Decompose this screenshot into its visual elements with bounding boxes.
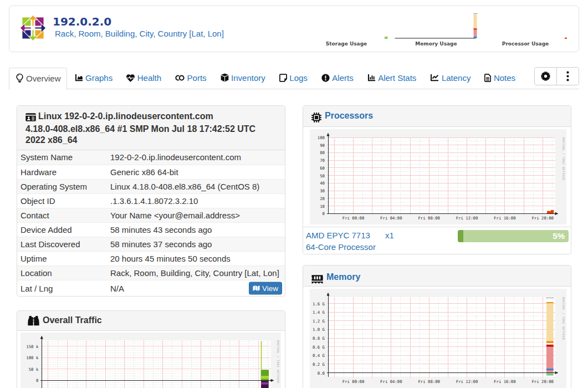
cube-icon xyxy=(221,73,229,84)
map-icon xyxy=(253,285,260,292)
cpu-count: x1 xyxy=(385,229,394,241)
tab-label: Latency xyxy=(442,73,471,83)
y-tick-label: 1.6 G xyxy=(313,302,325,307)
tab-inventory[interactable]: Inventory xyxy=(214,68,272,89)
series-outbound-stripe xyxy=(261,382,269,385)
y-tick-label: 60 xyxy=(320,166,325,171)
row-value: 20 hours 45 minutes 50 seconds xyxy=(110,251,285,266)
traffic-panel-title: Overall Traffic xyxy=(43,315,102,325)
row-label: Last Discovered xyxy=(17,237,110,251)
y-tick-label: 0.4 G xyxy=(313,353,325,358)
file-lines-icon xyxy=(484,74,491,84)
series-cached-top xyxy=(546,302,554,303)
gear-icon xyxy=(541,72,550,81)
overall-traffic-panel: Overall Traffic 050 k100 k150 kRRDTOOL /… xyxy=(17,310,285,388)
mini-graph-storage-usage[interactable]: Storage Usage xyxy=(326,37,388,46)
y-tick-label: 50 xyxy=(320,173,325,178)
page: 192.0.2.0 Rack, Room, Building, City, Co… xyxy=(0,0,588,388)
y-tick-label: 150 k xyxy=(26,344,39,349)
settings-button[interactable] xyxy=(535,68,556,85)
y-tick-label: 10 xyxy=(320,204,325,209)
mini-graph-label: Storage Usage xyxy=(326,41,367,47)
memory-panel-title[interactable]: Memory xyxy=(326,272,360,282)
memory-icon xyxy=(311,272,323,284)
tab-alerts[interactable]: Alerts xyxy=(315,68,360,89)
view-map-button[interactable]: View xyxy=(249,282,282,295)
line-chart-icon xyxy=(430,74,439,84)
tab-notes[interactable]: Notes xyxy=(478,68,522,89)
row-value: Your Name <your@email.address> xyxy=(110,208,285,222)
header-mini-graphs[interactable]: Storage UsageMemory UsageProcessor Usage xyxy=(295,8,568,50)
tab-label: Inventory xyxy=(231,73,265,83)
tab-logs[interactable]: Logs xyxy=(273,68,314,89)
tab-label: Alert Stats xyxy=(378,73,416,83)
tab-latency[interactable]: Latency xyxy=(424,68,477,89)
y-tick-label: 40 xyxy=(320,181,325,186)
tab-health[interactable]: Health xyxy=(120,68,168,89)
series-cached xyxy=(546,303,554,341)
x-tick-label: Fri 16:00 xyxy=(494,216,516,221)
x-tick-label: Fri 00:00 xyxy=(342,216,365,221)
tab-label: Alerts xyxy=(332,73,353,83)
table-row: LocationRack, Room, Building, City, Coun… xyxy=(17,266,285,280)
y-tick-label: 20 xyxy=(320,196,325,201)
microchip-icon xyxy=(311,111,321,122)
tab-alert-stats[interactable]: Alert Stats xyxy=(361,68,423,89)
row-value: 58 minutes 43 seconds ago xyxy=(110,222,285,237)
x-tick-label: Fri 04:00 xyxy=(380,379,402,384)
row-value: .1.3.6.1.4.1.8072.3.2.10 xyxy=(110,193,285,208)
series-inbound-stripe xyxy=(261,376,269,379)
x-tick-label: Fri 08:00 xyxy=(418,216,440,221)
table-row: Last Discovered58 minutes 37 seconds ago xyxy=(17,237,285,251)
tab-graphs[interactable]: Graphs xyxy=(68,68,119,89)
more-menu-button[interactable] xyxy=(556,68,579,85)
link-icon xyxy=(175,74,185,84)
traffic-graph[interactable]: 050 k100 k150 kRRDTOOL / TOBI OETIKER xyxy=(17,331,285,388)
ellipsis-vertical-icon xyxy=(566,71,569,81)
series-orange2 xyxy=(546,341,554,343)
rrdtool-watermark: RRDTOOL / TOBI OETIKER xyxy=(562,297,565,340)
table-row: Lat / LngN/AView xyxy=(17,280,285,297)
table-row: Uptime20 hours 45 minutes 50 seconds xyxy=(17,251,285,266)
row-value: Linux 4.18.0-408.el8.x86_64 (CentOS 8) xyxy=(110,179,285,193)
x-tick-label: Fri 00:00 xyxy=(342,379,365,384)
y-tick-label: 0.2 G xyxy=(313,362,325,367)
device-location-link[interactable]: Rack, Room, Building, City, Country [Lat… xyxy=(55,29,224,38)
x-tick-label: Fri 12:00 xyxy=(456,216,478,221)
system-info-table: System Name192-0-2-0.ip.linodeuserconten… xyxy=(17,150,285,297)
series-total xyxy=(546,298,554,298)
y-tick-label: 0.6 G xyxy=(313,345,325,350)
centos-logo-icon xyxy=(19,14,47,42)
series-buffers xyxy=(546,369,554,370)
tab-bar: OverviewGraphsHealthPortsInventoryLogsAl… xyxy=(9,68,579,89)
tab-label: Notes xyxy=(494,73,515,83)
mini-graph-processor-usage[interactable]: Processor Usage xyxy=(502,38,567,47)
cpu-usage-label: 5% xyxy=(553,230,565,242)
y-tick-label: 100 k xyxy=(26,355,39,360)
y-tick-label: 90 xyxy=(320,143,325,148)
row-label: System Name xyxy=(17,150,110,165)
tab-overview[interactable]: Overview xyxy=(9,68,67,90)
row-value: 58 minutes 37 seconds ago xyxy=(110,237,285,251)
rrdtool-watermark: RRDTOOL / TOBI OETIKER xyxy=(562,137,565,181)
cpu-name-link[interactable]: AMD EPYC 771364-Core Processor xyxy=(306,229,384,253)
y-tick-label: 1.4 G xyxy=(313,310,325,315)
row-label: Lat / Lng xyxy=(17,280,110,297)
x-tick-label: Fri 16:00 xyxy=(494,379,516,384)
series-used-top xyxy=(546,345,554,347)
row-value: Generic x86 64-bit xyxy=(110,165,285,179)
processors-panel: Processors 0102030405060708090100Fri 00:… xyxy=(303,105,571,254)
cpu-row: AMD EPYC 771364-Core Processor x1 5% xyxy=(303,227,571,254)
memory-graph[interactable]: 0.00.2 G0.4 G0.6 G0.8 G1.0 G1.2 G1.4 G1.… xyxy=(303,287,571,388)
row-value: N/AView xyxy=(110,280,285,297)
mini-graph-memory-usage[interactable]: Memory Usage xyxy=(395,13,478,47)
x-tick-label: Fri 08:00 xyxy=(418,379,440,384)
series-inbound-spike xyxy=(261,341,262,370)
processors-graph[interactable]: 0102030405060708090100Fri 00:00Fri 04:00… xyxy=(303,127,571,227)
tab-ports[interactable]: Ports xyxy=(169,68,213,89)
row-label: Object ID xyxy=(17,193,110,208)
processors-panel-title[interactable]: Processors xyxy=(325,111,373,120)
y-tick-label: 50 k xyxy=(29,367,39,372)
x-tick-label: Fri 20:00 xyxy=(531,216,554,221)
y-tick-label: 0.8 G xyxy=(313,336,325,341)
